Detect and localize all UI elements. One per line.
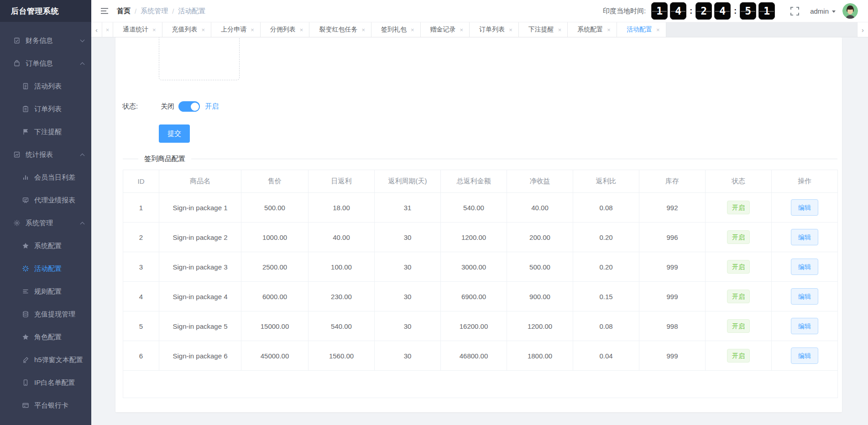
tab-2[interactable]: 充值列表× (162, 22, 212, 37)
sidebar-item[interactable]: 代理业绩报表 (0, 189, 91, 212)
tab-4[interactable]: 分佣列表× (261, 22, 310, 37)
sidebar-item[interactable]: 订单信息 (0, 52, 91, 75)
tab-1[interactable]: 通道统计× (113, 22, 162, 37)
sidebar-item[interactable]: 订单列表 (0, 98, 91, 120)
status-toggle[interactable] (178, 101, 200, 112)
tab-close-icon[interactable]: × (202, 26, 205, 33)
edit-button[interactable]: 编辑 (791, 347, 818, 364)
status-badge: 开启 (727, 290, 750, 303)
sidebar-item[interactable]: 统计报表 (0, 143, 91, 166)
sidebar-item[interactable]: 财务信息 (0, 29, 91, 52)
cell-stock: 999 (639, 252, 706, 282)
star-icon (21, 333, 29, 341)
tab-close-icon[interactable]: × (607, 26, 611, 33)
column-header: 状态 (706, 170, 772, 193)
tab-scroll-left-icon[interactable]: ‹ (91, 22, 102, 37)
flag-icon (21, 128, 29, 136)
cell-cycle: 30 (375, 311, 441, 341)
sidebar-item[interactable]: h5弹窗文本配置 (0, 348, 91, 371)
cell-id: 2 (123, 223, 159, 252)
sidebar-item[interactable]: 角色配置 (0, 326, 91, 348)
sidebar-item[interactable]: 活动列表 (0, 75, 91, 98)
tab-7[interactable]: 赠金记录× (421, 22, 470, 37)
sidebar-item[interactable]: 平台银行卡 (0, 394, 91, 417)
sidebar-item[interactable]: IP白名单配置 (0, 371, 91, 394)
tab-3[interactable]: 上分申请× (211, 22, 261, 37)
tab-close-icon[interactable]: × (509, 26, 512, 33)
cell-status: 开启 (706, 193, 772, 223)
sidebar-item[interactable]: 系统管理 (0, 212, 91, 234)
sidebar-item[interactable]: 活动配置 (0, 257, 91, 280)
tab-10[interactable]: 系统配置× (568, 22, 617, 37)
sidebar-item[interactable]: 会员当日利差 (0, 166, 91, 189)
image-upload-box[interactable] (159, 37, 240, 80)
tab-close-icon[interactable]: × (656, 26, 660, 33)
sidebar-item[interactable]: 下注提醒 (0, 120, 91, 143)
table-header-row: ID商品名售价日返利返利周期(天)总返利金额净收益返利比库存状态操作 (123, 170, 838, 193)
sidebar-item-label: 代理业绩报表 (34, 196, 75, 205)
tab-8[interactable]: 订单列表× (470, 22, 519, 37)
edit-button[interactable]: 编辑 (791, 259, 818, 275)
fullscreen-icon[interactable] (790, 7, 799, 16)
bank-card-icon (21, 402, 29, 409)
status-label: 状态: (122, 102, 161, 111)
breadcrumb-item[interactable]: 系统管理 (141, 7, 168, 16)
tab-close-icon[interactable]: × (460, 26, 464, 33)
sidebar-item-label: 规则配置 (34, 287, 62, 296)
sidebar-item-label: 财务信息 (26, 36, 53, 45)
tab-label: 订单列表 (479, 26, 505, 34)
tab-9[interactable]: 下注提醒× (519, 22, 568, 37)
user-menu[interactable]: admin (810, 7, 836, 15)
table-row: 6Sign-in package 645000.001560.003046800… (123, 341, 838, 371)
edit-button[interactable]: 编辑 (791, 199, 818, 216)
column-header: 商品名 (159, 170, 241, 193)
edit-button[interactable]: 编辑 (791, 288, 818, 305)
avatar[interactable] (842, 3, 858, 19)
submit-button[interactable]: 提交 (159, 124, 190, 143)
edit-button[interactable]: 编辑 (791, 229, 818, 245)
sidebar-item[interactable]: 系统配置 (0, 234, 91, 257)
cell-cycle: 30 (375, 223, 441, 252)
sidebar-item[interactable]: 充值提现管理 (0, 303, 91, 326)
tab-label: 充值列表 (172, 26, 198, 34)
tab-label: 下注提醒 (528, 26, 554, 34)
tab-close-icon[interactable]: × (361, 26, 365, 33)
cell-net: 40.00 (507, 193, 573, 223)
flip-clock: 14:24:51 (651, 2, 775, 20)
column-header: 操作 (772, 170, 838, 193)
tab-close-icon[interactable]: × (152, 26, 156, 33)
sidebar-item[interactable]: 规则配置 (0, 280, 91, 303)
tab-close-icon[interactable]: × (411, 26, 414, 33)
cell-ratio: 0.20 (573, 223, 639, 252)
tab-scroll-right-icon[interactable]: › (857, 22, 868, 37)
cell-total: 3000.00 (441, 252, 507, 282)
cell-cycle: 30 (375, 252, 441, 282)
signin-goods-table: ID商品名售价日返利返利周期(天)总返利金额净收益返利比库存状态操作 1Sign… (123, 170, 838, 398)
tab-close-icon[interactable]: × (558, 26, 562, 33)
toggle-on-label: 开启 (205, 102, 219, 111)
hamburger-icon[interactable] (100, 8, 109, 14)
column-header: 库存 (639, 170, 706, 193)
breadcrumb-item[interactable]: 首页 (117, 7, 131, 16)
tab-6[interactable]: 签到礼包× (371, 22, 421, 37)
clock-digit: 2 (695, 2, 712, 20)
tab-close-icon[interactable]: × (300, 26, 303, 33)
main-column: 首页/系统管理/活动配置 印度当地时间: 14:24:51 admin ‹ × … (91, 0, 868, 425)
edit-button[interactable]: 编辑 (791, 318, 818, 334)
chevron-down-icon (80, 38, 85, 42)
mobile-icon (21, 379, 29, 387)
column-header: 返利比 (573, 170, 639, 193)
chevron-up-icon (80, 222, 85, 227)
tab-close-all-icon[interactable]: × (102, 22, 113, 37)
tab-11[interactable]: 活动配置× (617, 22, 666, 37)
breadcrumb-item[interactable]: 活动配置 (178, 7, 205, 16)
cell-net: 1800.00 (507, 341, 573, 371)
tab-close-icon[interactable]: × (251, 26, 254, 33)
cell-id: 3 (123, 252, 159, 282)
cell-id: 4 (123, 282, 159, 311)
sidebar-item-label: IP白名单配置 (34, 378, 75, 387)
sidebar-item-label: 系统配置 (34, 242, 62, 250)
tab-5[interactable]: 裂变红包任务× (309, 22, 371, 37)
tab-label: 赠金记录 (430, 26, 456, 34)
cell-total: 6900.00 (441, 282, 507, 311)
